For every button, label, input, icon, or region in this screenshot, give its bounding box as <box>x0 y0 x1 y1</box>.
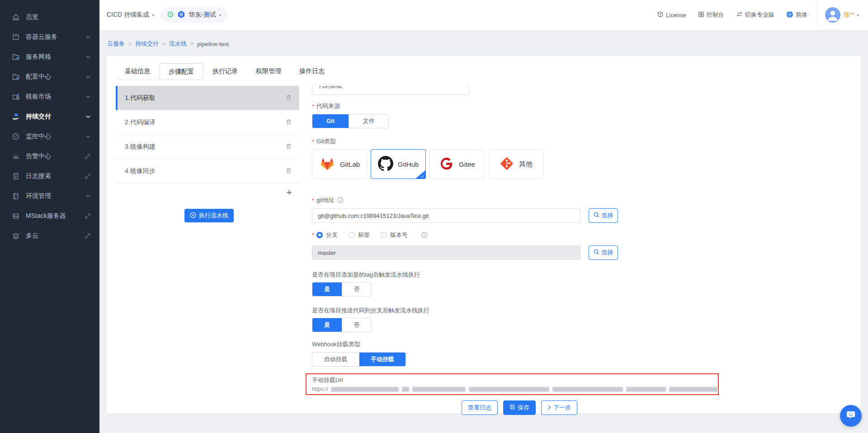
radio-tag[interactable]: 标签 <box>349 231 370 239</box>
log-doc-icon <box>12 172 20 180</box>
tab-run-records[interactable]: 执行记录 <box>203 63 247 80</box>
radio-version[interactable]: 版本号 <box>381 231 408 239</box>
redacted-text <box>331 387 399 392</box>
required-mark: * <box>312 232 314 239</box>
chevron-down-icon <box>86 36 90 38</box>
gitlab-icon <box>319 156 335 173</box>
sidebar-item-template-market[interactable]: 模板市场 <box>0 87 99 107</box>
language-switch[interactable]: 简体 <box>786 11 807 19</box>
redacted-text <box>412 387 466 392</box>
step-row-code-fetch[interactable]: 1.代码获取 <box>116 86 299 110</box>
chevron-down-icon <box>86 75 90 78</box>
license-link[interactable]: License <box>657 11 686 19</box>
chat-feedback-button[interactable] <box>840 405 862 427</box>
redacted-text <box>469 387 549 392</box>
git-url-select-button[interactable]: 选择 <box>589 208 618 223</box>
webhook-type-toggle: 自动挂载 手动挂载 <box>312 352 406 367</box>
save-button[interactable]: 保存 <box>503 400 536 415</box>
sidebar-item-env-management[interactable]: 环境管理 <box>0 186 99 206</box>
add-step-button[interactable]: + <box>286 188 292 198</box>
folder-mesh-icon <box>12 53 20 61</box>
push-trigger-toggle: 是 否 <box>312 318 372 332</box>
step-row-image-build[interactable]: 3.镜像构建 <box>116 135 299 159</box>
git-url-input[interactable]: git@github.com:c1989415123/JavaTest.git <box>312 208 580 223</box>
step-name-input[interactable]: 代码获取 <box>312 86 469 95</box>
source-file-option[interactable]: 文件 <box>349 114 388 128</box>
trash-icon[interactable] <box>285 167 292 175</box>
trash-icon[interactable] <box>285 118 292 127</box>
next-step-button[interactable]: 下一步 <box>541 400 577 415</box>
console-grid-icon <box>698 11 704 19</box>
sidebar-item-continuous-delivery[interactable]: 持续交付 <box>0 107 99 127</box>
trash-icon[interactable] <box>285 143 292 151</box>
radio-on-icon <box>316 232 323 238</box>
tab-basic-info[interactable]: 基础信息 <box>116 63 159 80</box>
breadcrumb-continuous-delivery[interactable]: 持续交付 <box>135 40 159 48</box>
region-selector[interactable]: 华东-测试 ▾ <box>160 7 228 23</box>
tab-operation-logs[interactable]: 操作日志 <box>290 63 334 80</box>
manual-url-label: 手动挂载Url <box>312 376 712 384</box>
sidebar-item-log-search[interactable]: 日志搜索 <box>0 166 99 186</box>
switch-pro-link[interactable]: 切换专业版 <box>736 11 774 19</box>
sidebar-item-alert-center[interactable]: 告警中心 <box>0 146 99 166</box>
tag-trigger-yes[interactable]: 是 <box>312 282 342 296</box>
location-icon <box>167 11 174 19</box>
container-icon <box>12 33 20 41</box>
region-hex-icon <box>177 10 185 20</box>
chevron-down-icon <box>86 95 90 98</box>
sidebar-item-service-mesh[interactable]: 服务网格 <box>0 47 99 67</box>
layers-icon <box>12 232 20 240</box>
sidebar-item-overview[interactable]: 总览 <box>0 7 99 27</box>
radio-branch[interactable]: 分支 <box>316 231 338 239</box>
webhook-manual-option[interactable]: 手动挂载 <box>359 353 406 366</box>
tag-trigger-no[interactable]: 否 <box>342 282 371 296</box>
branch-select-button[interactable]: 选择 <box>589 245 618 260</box>
sidebar-item-config-center[interactable]: 配置中心 <box>0 67 99 87</box>
git-type-github[interactable]: GitHub ✓ <box>371 149 426 179</box>
external-link-icon <box>85 233 90 239</box>
breadcrumb: 云服务 > 持续交付 > 流水线 > pipeline-test <box>107 40 229 48</box>
step-row-code-build[interactable]: 2.代码编译 <box>116 110 299 135</box>
redacted-text <box>402 387 409 392</box>
required-mark: * <box>312 103 314 110</box>
webhook-type-label: Webhook挂载类型 <box>312 340 727 348</box>
push-trigger-yes[interactable]: 是 <box>312 318 342 332</box>
sidebar-item-container-cloud[interactable]: 容器云服务 <box>0 27 99 47</box>
view-logs-button[interactable]: 查看日志 <box>462 400 498 415</box>
breadcrumb-cloud-service[interactable]: 云服务 <box>107 40 125 48</box>
webhook-auto-option[interactable]: 自动挂载 <box>312 353 359 366</box>
push-trigger-no[interactable]: 否 <box>342 318 371 332</box>
topbar: CICD 持续集成 ▾ 华东-测试 ▾ License 控制台 切换专业版 简体 <box>99 0 868 30</box>
breadcrumb-separator: > <box>162 41 165 47</box>
play-icon <box>190 212 196 220</box>
branch-input[interactable]: master <box>312 245 580 260</box>
tab-permissions[interactable]: 权限管理 <box>247 63 290 80</box>
git-type-gitlab[interactable]: GitLab <box>312 149 367 179</box>
console-link[interactable]: 控制台 <box>698 11 724 19</box>
tab-step-config[interactable]: 步骤配置 <box>159 63 203 80</box>
run-pipeline-button[interactable]: 执行流水线 <box>184 209 234 222</box>
git-type-gitee[interactable]: Gitee <box>429 149 485 179</box>
step-row-image-sync[interactable]: 4.镜像同步 <box>116 159 299 184</box>
workspace-selector[interactable]: CICD 持续集成 ▾ <box>107 11 154 19</box>
chevron-down-icon: ▾ <box>152 13 154 17</box>
manual-webhook-url-box: 手动挂载Url https:// <box>306 373 719 395</box>
trash-icon[interactable] <box>285 94 292 102</box>
sidebar: 总览 容器云服务 服务网格 配置中心 模板市场 持续交付 监控中心 告警中心 日… <box>0 0 99 433</box>
breadcrumb-separator: > <box>128 41 132 47</box>
home-icon <box>12 13 20 21</box>
sidebar-item-mstack-server[interactable]: MStack服务器 <box>0 206 99 226</box>
template-icon <box>12 93 20 101</box>
breadcrumb-current: pipeline-test <box>197 41 229 47</box>
push-trigger-label: 是否在项目推送代码到分支后触发流水线执行 <box>312 306 727 315</box>
source-git-option[interactable]: Git <box>312 114 349 128</box>
sidebar-item-monitor-center[interactable]: 监控中心 <box>0 127 99 146</box>
ref-type-radios: * 分支 标签 版本号 <box>312 231 727 239</box>
sidebar-item-multicloud[interactable]: 多云 <box>0 226 99 246</box>
info-icon <box>421 232 428 238</box>
breadcrumb-pipeline[interactable]: 流水线 <box>169 40 187 48</box>
git-type-other[interactable]: 其他 <box>488 149 543 179</box>
add-step-row: + <box>116 184 299 202</box>
user-menu[interactable]: 陈** ▾ <box>816 0 859 30</box>
info-icon <box>337 197 344 203</box>
